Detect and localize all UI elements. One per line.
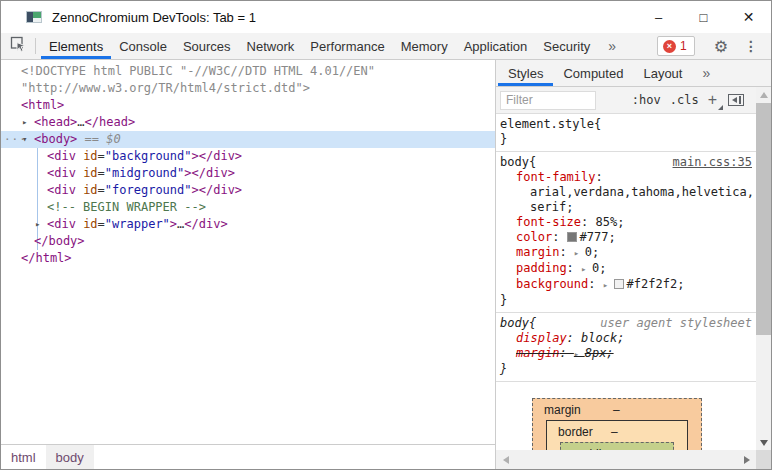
titlebar: ZennoChromium DevTools: Tab = 1 – □ ✕ (1, 1, 771, 33)
toggle-sidebar-icon[interactable] (728, 94, 744, 106)
tree-row[interactable]: ▸<div id="wrapper">…</div> (1, 216, 495, 233)
tree-row[interactable]: <div id="foreground"></div> (1, 182, 495, 199)
css-rule: element.style {} (496, 114, 756, 152)
code-segment-tag: </div> (184, 217, 227, 231)
styles-tabs-list: StylesComputedLayout (498, 60, 692, 86)
minimize-button[interactable]: – (636, 1, 681, 33)
crumb-html[interactable]: html (1, 445, 46, 469)
code-segment-attr: id (83, 166, 97, 180)
tree-row[interactable]: ···▾<body> == $0 (1, 131, 495, 148)
inspect-cursor-icon (9, 35, 27, 57)
code-segment-attr: id (83, 217, 97, 231)
code-segment-tag: <div (47, 217, 83, 231)
css-property[interactable]: arial,verdana,tahoma,helvetica, (500, 185, 754, 200)
settings-gear-icon[interactable]: ⚙ (704, 37, 738, 56)
code-segment-tag: <head> (34, 115, 77, 129)
code-segment-tag: > (170, 217, 177, 231)
code-segment-tag: <div (47, 149, 83, 163)
code-segment-tag: </body> (34, 234, 85, 248)
tree-row[interactable]: ▸<head>…</head> (1, 114, 495, 131)
code-segment-tag: ></div> (184, 166, 235, 180)
error-badge[interactable]: × 1 (657, 36, 695, 56)
css-property[interactable]: padding: ▸ 0; (500, 261, 754, 277)
code-segment-value: "foreground" (105, 183, 192, 197)
tab-console[interactable]: Console (111, 33, 175, 59)
stylesheet-origin-note: user agent stylesheet (600, 316, 752, 331)
tree-row[interactable]: <div id="midground"></div> (1, 165, 495, 182)
tab-application[interactable]: Application (456, 33, 536, 59)
code-segment-attr: id (83, 149, 97, 163)
code-segment-value: "wrapper" (105, 217, 170, 231)
css-rule: body {main.css:35font-family: arial,verd… (496, 152, 756, 313)
tree-row[interactable]: "http://www.w3.org/TR/html4/strict.dtd"> (1, 80, 495, 97)
scroll-left-arrow[interactable] (498, 450, 513, 469)
menu-dots-icon[interactable]: ⋮ (738, 38, 764, 54)
tab-sources[interactable]: Sources (175, 33, 239, 59)
code-segment-tag: ></div> (192, 183, 243, 197)
inspect-element-button[interactable] (1, 33, 35, 59)
toolbar-tabs: ElementsConsoleSourcesNetworkPerformance… (41, 33, 598, 59)
more-panels-button[interactable]: » (598, 33, 626, 59)
code-segment-tag: </html> (21, 251, 72, 265)
css-property[interactable]: font-size: 85%; (500, 215, 754, 230)
css-property[interactable]: margin: ▸ 0; (500, 245, 754, 261)
more-sidebar-tabs-button[interactable]: » (692, 60, 720, 86)
scroll-down-arrow[interactable] (756, 435, 771, 450)
tree-row[interactable]: <div id="background"></div> (1, 148, 495, 165)
twisty-closed-icon[interactable]: ▸ (22, 114, 34, 131)
color-swatch[interactable] (614, 279, 624, 289)
devtools-toolbar: ElementsConsoleSourcesNetworkPerformance… (1, 33, 771, 60)
styles-filter-row: :hov .cls + (496, 87, 771, 114)
code-segment-tag: <html> (21, 98, 64, 112)
box-model-border-label: border (558, 425, 593, 439)
close-button[interactable]: ✕ (726, 1, 771, 33)
sidebar-tab-styles[interactable]: Styles (498, 60, 553, 86)
code-segment-value: "midground" (105, 166, 184, 180)
code-segment-plain: = (98, 183, 105, 197)
filter-input[interactable] (500, 91, 596, 110)
vertical-scrollbar[interactable] (756, 87, 771, 450)
box-model-margin-value: – (613, 403, 620, 417)
tab-elements[interactable]: Elements (41, 33, 111, 59)
twisty-closed-icon[interactable]: ▸ (35, 216, 47, 233)
horizontal-scrollbar[interactable] (496, 450, 756, 469)
scroll-up-arrow[interactable] (756, 87, 771, 102)
app-icon (26, 11, 42, 23)
pseudo-state-toggle[interactable]: :hov (632, 93, 661, 107)
scrollbar-corner (756, 450, 771, 469)
tab-network[interactable]: Network (239, 33, 303, 59)
crumb-body[interactable]: body (46, 445, 94, 469)
class-toggle[interactable]: .cls (670, 93, 699, 107)
scroll-right-arrow[interactable] (739, 450, 754, 469)
tree-row[interactable]: </html> (1, 250, 495, 267)
tree-row[interactable]: <!-- BEGIN WRAPPER --> (1, 199, 495, 216)
css-property[interactable]: font-family: (500, 170, 754, 185)
css-property[interactable]: display: block; (500, 331, 754, 346)
code-segment-doctype: "http://www.w3.org/TR/html4/strict.dtd"> (21, 81, 310, 95)
css-property[interactable]: margin: ▸ 8px; (500, 346, 754, 362)
window-controls: – □ ✕ (636, 1, 771, 33)
css-property[interactable]: serif; (500, 200, 754, 215)
styles-tabs: StylesComputedLayout » (496, 60, 771, 87)
box-model-margin-label: margin (544, 403, 581, 417)
twisty-open-icon[interactable]: ▾ (22, 131, 34, 148)
sidebar-tab-computed[interactable]: Computed (553, 60, 633, 86)
tree-row[interactable]: <!DOCTYPE html PUBLIC "-//W3C//DTD HTML … (1, 63, 495, 80)
stylesheet-link[interactable]: main.css:35 (673, 155, 752, 170)
css-property[interactable]: background: ▸ #f2f2f2; (500, 277, 754, 293)
tab-memory[interactable]: Memory (393, 33, 456, 59)
css-property[interactable]: color: #777; (500, 230, 754, 245)
sidebar-tab-layout[interactable]: Layout (633, 60, 692, 86)
maximize-button[interactable]: □ (681, 1, 726, 33)
tab-security[interactable]: Security (535, 33, 598, 59)
tree-row[interactable]: <html> (1, 97, 495, 114)
window-title: ZennoChromium DevTools: Tab = 1 (52, 10, 256, 25)
tree-row[interactable]: </body> (1, 233, 495, 250)
code-segment-ellipsis: … (77, 115, 84, 129)
color-swatch[interactable] (567, 232, 577, 242)
tab-performance[interactable]: Performance (302, 33, 392, 59)
main-split: <!DOCTYPE html PUBLIC "-//W3C//DTD HTML … (1, 60, 771, 469)
css-rule: body {user agent stylesheetdisplay: bloc… (496, 313, 756, 382)
vertical-scrollbar-thumb[interactable] (756, 103, 771, 335)
new-style-rule-button[interactable]: + (708, 92, 717, 108)
